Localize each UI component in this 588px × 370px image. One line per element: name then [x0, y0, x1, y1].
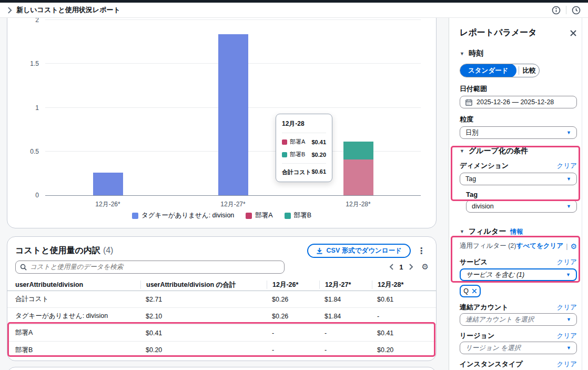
chart-tooltip: 12月-28 部署A$0.41部署B$0.20 合計コスト $0.61 [276, 114, 332, 182]
table-cell: $0.20 [377, 346, 436, 354]
breadcrumb-chevron-icon [7, 7, 12, 14]
pagination-prev-icon[interactable] [389, 264, 394, 270]
table-row: 合計コスト$2.71$0.26$1.84$0.61 [7, 291, 436, 308]
history-icon[interactable] [572, 6, 581, 15]
tag-label: Tag [466, 191, 478, 198]
pagination-page[interactable]: 1 [399, 263, 403, 271]
table-cell: 部署A [15, 328, 146, 337]
service-token-chip[interactable]: Q [460, 285, 481, 297]
table-header-cell[interactable]: 12月-26* [267, 281, 325, 289]
close-icon[interactable] [570, 29, 577, 37]
legend-label: 部署B [294, 211, 311, 220]
search-icon [20, 264, 27, 271]
table-header-cell[interactable]: userAttribute/division [15, 281, 146, 288]
table-cell: $0.26 [272, 313, 325, 320]
chart-plot[interactable] [45, 21, 421, 196]
time-section-header[interactable]: ▼ 時刻 [460, 49, 577, 58]
linked-account-label: 連結アカウント [460, 303, 509, 312]
filter-info-link[interactable]: 情報 [510, 227, 523, 236]
table-cell: - [325, 346, 377, 354]
x-tick-label: 12月-27* [201, 200, 265, 209]
section-caret-icon: ▼ [460, 51, 464, 56]
table-cell: $1.84 [325, 313, 377, 320]
search-input[interactable] [30, 263, 280, 271]
linked-account-select[interactable]: 連結アカウント を選択 ▼ [460, 313, 577, 326]
chevron-down-icon: ▼ [566, 317, 571, 322]
table-settings-gear-icon[interactable]: ⚙ [422, 262, 429, 272]
pagination-next-icon[interactable] [409, 264, 413, 270]
chevron-down-icon: ▼ [566, 345, 571, 351]
granularity-select[interactable]: 日別 ▼ [460, 126, 577, 139]
dimension-select[interactable]: Tag ▼ [460, 173, 577, 185]
chart-card: 00.511.52 12月-26*12月-27*12月-28* タグキーがありま… [7, 0, 437, 228]
toggle-compare[interactable]: 比較 [519, 66, 539, 75]
section-caret-icon: ▼ [460, 148, 464, 154]
info-icon[interactable] [552, 6, 561, 15]
table-header-cell[interactable]: 12月-27* [319, 281, 377, 289]
legend-item[interactable]: タグキーがありません: division [132, 211, 234, 220]
region-label: リージョン [460, 331, 494, 341]
grouping-section-header[interactable]: ▼ グループ化の条件 [460, 146, 577, 156]
table-header-cell[interactable]: userAttribute/division の合計 [140, 281, 272, 289]
dimension-clear-link[interactable]: クリア [557, 162, 577, 171]
service-filter-select[interactable]: サービス を含む (1) ▼ [460, 268, 577, 281]
section-caret-icon: ▼ [460, 229, 464, 234]
bar-segment-部署B[interactable] [343, 142, 373, 159]
table-cell: 部署B [15, 346, 146, 355]
region-select[interactable]: リージョン を選択 ▼ [460, 342, 577, 354]
legend-item[interactable]: 部署A [246, 211, 272, 220]
filter-section-label: フィルター [469, 227, 506, 236]
legend-swatch-icon [246, 213, 252, 219]
table-card: コストと使用量の内訳 (4) CSV 形式でダウンロード ⋮ [7, 236, 437, 361]
table-row: 部署A$0.41--$0.41 [7, 325, 436, 342]
region-clear-link[interactable]: クリア [557, 332, 577, 341]
table-cell: - [272, 329, 325, 337]
linked-account-placeholder: 連結アカウント を選択 [465, 315, 534, 324]
tooltip-title: 12月-28 [282, 119, 326, 133]
instance-type-clear-link[interactable]: クリア [557, 360, 577, 369]
bar-segment-部署A[interactable] [343, 159, 373, 195]
table-search[interactable] [15, 261, 285, 274]
filter-settings-gear-icon[interactable]: ⚙ [570, 242, 577, 251]
table-header-cell[interactable]: 12月-28* [372, 281, 436, 289]
toggle-standard[interactable]: スタンダード [460, 64, 516, 77]
table-title: コストと使用量の内訳 [15, 245, 100, 256]
clear-all-link[interactable]: すべてをクリア [516, 242, 564, 251]
date-range-input[interactable]: 2025-12-26 — 2025-12-28 [460, 96, 577, 108]
tag-select[interactable]: division ▼ [466, 200, 577, 213]
next-section-card [7, 367, 437, 370]
legend-item[interactable]: 部署B [285, 211, 311, 220]
window-top-strip [0, 0, 588, 3]
bar-segment-タグキーがありません: division[interactable] [93, 173, 123, 195]
chart-legend: タグキーがありません: division部署A部署B [7, 211, 436, 220]
report-parameters-panel: レポートパラメータ ▼ 時刻 スタンダード 比較 日付範囲 2025-12-26… [449, 17, 588, 370]
time-section-label: 時刻 [469, 49, 483, 58]
table-cell: $0.41 [146, 329, 272, 337]
breadcrumb: 新しいコストと使用状況レポート [0, 3, 588, 18]
overflow-menu-icon[interactable]: ⋮ [414, 246, 429, 256]
calendar-icon [465, 99, 472, 106]
table-cell: - [325, 329, 377, 337]
legend-label: タグキーがありません: division [141, 211, 234, 220]
csv-download-button[interactable]: CSV 形式でダウンロード [307, 244, 411, 258]
table-cell: $0.20 [146, 346, 272, 354]
tooltip-row: 部署A$0.41 [282, 138, 326, 146]
divider: | [566, 243, 567, 250]
service-token-value: Q [463, 287, 469, 295]
sidebar-scrollbar[interactable] [582, 17, 582, 370]
service-clear-link[interactable]: クリア [557, 258, 577, 267]
service-filter-value: サービス を含む (1) [466, 271, 524, 279]
filter-section-header[interactable]: ▼ フィルター 情報 [460, 227, 577, 236]
bar-segment-タグキーがありません: division[interactable] [218, 34, 248, 195]
token-remove-icon[interactable] [472, 288, 477, 294]
linked-account-clear-link[interactable]: クリア [557, 303, 577, 312]
table-cell: - [272, 346, 325, 354]
tooltip-row-label: 部署A [290, 138, 305, 146]
x-tick-label: 12月-26* [76, 200, 139, 209]
csv-button-label: CSV 形式でダウンロード [327, 246, 402, 255]
granularity-value: 日別 [465, 128, 479, 137]
app-root: 00.511.52 12月-26*12月-27*12月-28* タグキーがありま… [0, 0, 588, 370]
cost-table: userAttribute/divisionuserAttribute/divi… [7, 278, 436, 358]
topbar-divider [566, 6, 566, 14]
tooltip-swatch-icon [282, 152, 287, 157]
